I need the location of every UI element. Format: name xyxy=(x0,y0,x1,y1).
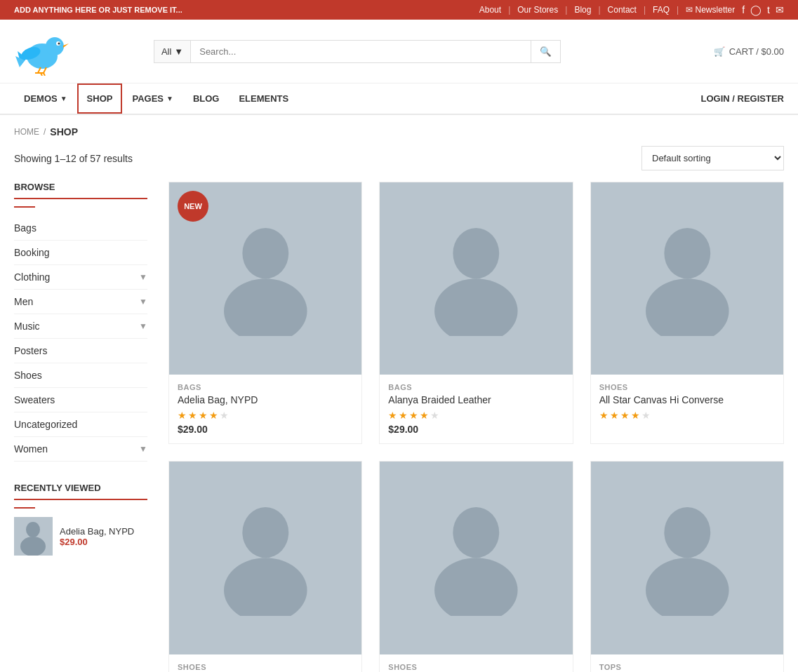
product-rating: ★★★★★ xyxy=(599,410,775,421)
sidebar-category-item[interactable]: Music▼ xyxy=(14,314,147,339)
category-label: Bags xyxy=(14,222,36,234)
sort-select[interactable]: Default sortingSort by popularitySort by… xyxy=(641,146,784,170)
about-link[interactable]: About xyxy=(479,5,501,15)
cart-button[interactable]: 🛒 CART / $0.00 xyxy=(714,46,784,57)
navigation-bar: DEMOS ▼ SHOP PAGES ▼ BLOG ELEMENTS LOGIN… xyxy=(0,83,798,115)
star-full: ★ xyxy=(610,410,619,421)
product-card[interactable]: SHOES Arizona Racer Ox Converse xyxy=(379,461,573,672)
sidebar-category-item[interactable]: Shoes xyxy=(14,363,147,388)
product-name: Adelia Bag, NYPD xyxy=(178,394,353,405)
product-image xyxy=(591,182,783,375)
product-price: $29.00 xyxy=(388,424,564,435)
category-label: Women xyxy=(14,443,48,455)
nav-item-shop[interactable]: SHOP xyxy=(77,83,123,114)
search-category-dropdown[interactable]: All ▼ xyxy=(154,40,190,63)
sidebar-category-item[interactable]: Uncategorized xyxy=(14,412,147,437)
blog-link[interactable]: Blog xyxy=(574,5,591,15)
svg-point-28 xyxy=(646,558,729,616)
svg-point-15 xyxy=(26,522,40,537)
rv-thumbnail xyxy=(14,517,53,556)
breadcrumb-separator: / xyxy=(44,127,46,137)
star-full: ★ xyxy=(388,410,397,421)
category-label: Booking xyxy=(14,247,50,258)
category-label: Clothing xyxy=(14,271,50,283)
nav-item-pages[interactable]: PAGES ▼ xyxy=(122,83,182,114)
shop-header: Showing 1–12 of 57 results Default sorti… xyxy=(0,143,798,182)
product-card[interactable]: SHOES All Star Canvas Hi Converse ★★★★★ xyxy=(590,182,784,444)
person-silhouette-icon xyxy=(630,500,745,616)
announcement: ADD ANYTHING HERE OR JUST REMOVE IT... xyxy=(14,6,182,14)
svg-point-16 xyxy=(20,537,46,556)
product-card[interactable]: TOPS Beyond Top NLY Trend xyxy=(590,461,784,672)
cart-icon: 🛒 xyxy=(714,46,725,57)
star-empty: ★ xyxy=(641,410,651,421)
breadcrumb: HOME / SHOP xyxy=(0,115,798,143)
category-label: Shoes xyxy=(14,370,42,381)
category-label: Men xyxy=(14,296,33,307)
star-full: ★ xyxy=(409,410,418,421)
main-layout: BROWSE BagsBookingClothing▼Men▼Music▼Pos… xyxy=(0,182,798,672)
product-silhouette xyxy=(380,462,572,654)
nav-item-blog[interactable]: BLOG xyxy=(183,83,230,114)
svg-point-25 xyxy=(453,507,500,558)
breadcrumb-home[interactable]: HOME xyxy=(14,127,39,137)
our-stores-link[interactable]: Our Stores xyxy=(517,5,558,15)
product-name: All Star Canvas Hi Converse xyxy=(599,394,775,405)
product-grid: New BAGS Adelia Bag, NYPD ★★★★★ $29.00 xyxy=(168,182,784,672)
sidebar-category-item[interactable]: Posters xyxy=(14,339,147,363)
instagram-icon[interactable]: ◯ xyxy=(750,4,762,15)
sidebar-category-item[interactable]: Men▼ xyxy=(14,290,147,314)
faq-link[interactable]: FAQ xyxy=(653,5,670,15)
star-full: ★ xyxy=(599,410,609,421)
search-button[interactable]: 🔍 xyxy=(531,40,561,63)
chevron-down-icon: ▼ xyxy=(174,46,183,57)
product-card[interactable]: BAGS Alanya Braided Leather ★★★★★ $29.00 xyxy=(379,182,573,444)
star-full: ★ xyxy=(188,410,197,421)
sidebar-category-item[interactable]: Booking xyxy=(14,241,147,265)
product-category: BAGS xyxy=(178,383,353,391)
sidebar-category-item[interactable]: Bags xyxy=(14,216,147,241)
product-rating: ★★★★★ xyxy=(388,410,564,421)
recently-viewed-section: RECENTLY VIEWED Adelia Bag, NYPD $29.00 xyxy=(14,483,147,556)
rv-info: Adelia Bag, NYPD $29.00 xyxy=(60,526,134,547)
product-image xyxy=(380,462,572,654)
product-card[interactable]: New BAGS Adelia Bag, NYPD ★★★★★ $29.00 xyxy=(168,182,362,444)
newsletter-link[interactable]: ✉ Newsletter xyxy=(686,5,735,15)
svg-point-26 xyxy=(434,558,518,615)
product-image xyxy=(591,462,783,654)
sidebar-category-item[interactable]: Clothing▼ xyxy=(14,265,147,290)
star-empty: ★ xyxy=(220,410,229,421)
svg-point-22 xyxy=(646,278,729,336)
search-input[interactable] xyxy=(190,40,531,63)
product-category: SHOES xyxy=(388,663,564,671)
chevron-right-icon: ▼ xyxy=(139,444,147,454)
login-register-button[interactable]: LOGIN / REGISTER xyxy=(701,93,784,104)
chevron-down-icon: ▼ xyxy=(166,95,173,102)
recently-viewed-item[interactable]: Adelia Bag, NYPD $29.00 xyxy=(14,517,147,556)
product-image: New xyxy=(169,182,361,375)
logo[interactable] xyxy=(14,27,70,76)
nav-item-elements[interactable]: ELEMENTS xyxy=(229,83,298,114)
email-icon[interactable]: ✉ xyxy=(776,4,784,15)
contact-link[interactable]: Contact xyxy=(608,5,637,15)
product-rating: ★★★★★ xyxy=(178,410,353,421)
product-info: SHOES All Star Canvas Hi Converse ★★★★★ xyxy=(591,375,783,432)
star-full: ★ xyxy=(199,410,208,421)
sidebar-category-item[interactable]: Women▼ xyxy=(14,437,147,462)
svg-point-21 xyxy=(664,228,710,278)
star-full: ★ xyxy=(620,410,630,421)
svg-line-13 xyxy=(44,73,45,76)
search-area: All ▼ 🔍 xyxy=(154,40,561,63)
twitter-icon[interactable]: t xyxy=(767,4,770,15)
rv-image xyxy=(14,517,53,556)
browse-categories: BagsBookingClothing▼Men▼Music▼PostersSho… xyxy=(14,216,147,462)
breadcrumb-current: SHOP xyxy=(50,126,78,137)
top-bar-links: About | Our Stores | Blog | Contact | FA… xyxy=(479,4,784,15)
sidebar-category-item[interactable]: Sweaters xyxy=(14,388,147,412)
facebook-icon[interactable]: f xyxy=(742,4,745,15)
product-card[interactable]: SHOES All Star Print Ox Converse $29.00 xyxy=(168,461,362,672)
results-count: Showing 1–12 of 57 results xyxy=(14,153,133,164)
nav-item-demos[interactable]: DEMOS ▼ xyxy=(14,83,77,114)
svg-point-19 xyxy=(453,228,500,278)
svg-point-23 xyxy=(242,507,288,558)
